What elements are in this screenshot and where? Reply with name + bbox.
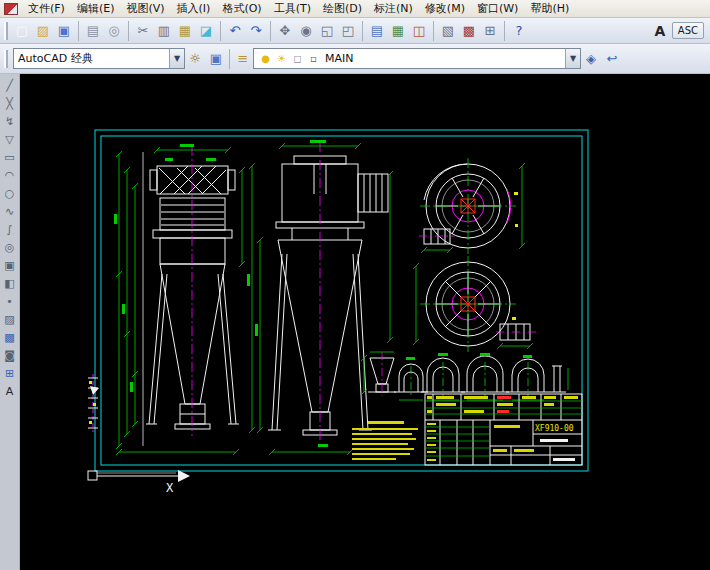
standard-toolbar-icons: ▢▨▣▤◎✂▥▦◪↶↷✥◉◱◰▤▦◫▧▩⊞? [12, 21, 529, 41]
design-center-icon[interactable]: ▦ [388, 21, 408, 41]
spline-icon[interactable]: ∫ [2, 221, 18, 237]
menu-bar: 文件(F)编辑(E)视图(V)插入(I)格式(O)工具(T)绘图(D)标注(N)… [0, 0, 710, 18]
match-properties-icon[interactable]: ◪ [196, 21, 216, 41]
region-icon[interactable]: ◙ [2, 347, 18, 363]
inlet-detail-views [394, 353, 568, 400]
make-object-layer-current-icon[interactable]: ◈ [581, 49, 601, 69]
workspace-value: AutoCAD 经典 [18, 51, 93, 66]
rectangle-icon[interactable]: ▭ [2, 149, 18, 165]
layer-on-bulb-icon[interactable]: ● [259, 53, 272, 64]
toolbar-separator [220, 21, 221, 41]
menu-file[interactable]: 文件(F) [22, 0, 71, 17]
tool-palettes-icon[interactable]: ◫ [409, 21, 429, 41]
top-view-b-flange [496, 324, 536, 349]
redo-icon[interactable]: ↷ [246, 21, 266, 41]
menu-tools[interactable]: 工具(T) [268, 0, 317, 17]
help-icon[interactable]: ? [509, 21, 529, 41]
layer-value: MAIN [325, 52, 354, 65]
circle-icon[interactable]: ○ [2, 185, 18, 201]
pan-icon[interactable]: ✥ [275, 21, 295, 41]
layer-extra-buttons: ◈↩ [581, 49, 622, 69]
menu-dimension[interactable]: 标注(N) [368, 0, 419, 17]
layer-lock-icon[interactable]: ◻ [291, 53, 304, 64]
plot-icon[interactable]: ▤ [83, 21, 103, 41]
outlet-detail-view [361, 352, 396, 396]
app-icon [4, 3, 18, 15]
toolbar-separator [78, 21, 79, 41]
ucs-icon: X [88, 470, 190, 495]
gradient-icon[interactable]: ▩ [2, 329, 18, 345]
chevron-down-icon[interactable]: ▼ [565, 49, 580, 68]
standard-toolbar: ▢▨▣▤◎✂▥▦◪↶↷✥◉◱◰▤▦◫▧▩⊞? A ASC [0, 18, 710, 44]
main-area: ╱╳↯▽▭◠○∿∫◎▣◧•▨▩◙⊞A [0, 74, 710, 570]
asc-button[interactable]: ASC [672, 22, 704, 39]
menu-insert[interactable]: 插入(I) [171, 0, 217, 17]
toolbar-separator [504, 21, 505, 41]
cyclone-top-view-a [420, 158, 525, 254]
menu-edit[interactable]: 编辑(E) [71, 0, 121, 17]
plot-preview-icon[interactable]: ◎ [104, 21, 124, 41]
menu-items: 文件(F)编辑(E)视图(V)插入(I)格式(O)工具(T)绘图(D)标注(N)… [22, 0, 575, 17]
toolbar-separator [362, 21, 363, 41]
workspace-settings-icon[interactable]: ☼ [185, 49, 205, 69]
cyclone-side-view [146, 166, 239, 429]
copy-icon[interactable]: ▥ [154, 21, 174, 41]
revision-cloud-icon[interactable]: ∿ [2, 203, 18, 219]
layer-state-icons: ●☀◻▫ [258, 53, 321, 64]
save-icon[interactable]: ▣ [54, 21, 74, 41]
paste-icon[interactable]: ▦ [175, 21, 195, 41]
insert-block-icon[interactable]: ▣ [2, 257, 18, 273]
zoom-previous-icon[interactable]: ◰ [338, 21, 358, 41]
table-icon[interactable]: ⊞ [2, 365, 18, 381]
sheet-set-manager-icon[interactable]: ▧ [438, 21, 458, 41]
zoom-realtime-icon[interactable]: ◉ [296, 21, 316, 41]
cyclone-top-view-b [413, 256, 516, 352]
line-icon[interactable]: ╱ [2, 77, 18, 93]
menu-draw[interactable]: 绘图(D) [317, 0, 368, 17]
cut-icon[interactable]: ✂ [133, 21, 153, 41]
menu-window[interactable]: 窗口(W) [471, 0, 524, 17]
workspace-save-icon[interactable]: ▣ [206, 49, 226, 69]
ellipse-icon[interactable]: ◎ [2, 239, 18, 255]
layer-thaw-sun-icon[interactable]: ☀ [275, 53, 288, 64]
autocad-window: 文件(F)编辑(E)视图(V)插入(I)格式(O)工具(T)绘图(D)标注(N)… [0, 0, 710, 570]
layer-color-icon[interactable]: ▫ [307, 53, 320, 64]
layer-previous-icon[interactable]: ↩ [602, 49, 622, 69]
markup-set-manager-icon[interactable]: ▩ [459, 21, 479, 41]
workspace-buttons: ☼▣ [185, 49, 226, 69]
make-block-icon[interactable]: ◧ [2, 275, 18, 291]
toolbar-grip[interactable] [4, 22, 8, 40]
construction-line-icon[interactable]: ╳ [2, 95, 18, 111]
text-style-icon[interactable]: A [650, 21, 670, 41]
arc-icon[interactable]: ◠ [2, 167, 18, 183]
chevron-down-icon[interactable]: ▼ [169, 49, 184, 68]
toolbar-separator [229, 49, 230, 69]
polygon-icon[interactable]: ▽ [2, 131, 18, 147]
drawing-canvas[interactable]: XF910-00 [20, 74, 710, 570]
toolbar-separator [433, 21, 434, 41]
zoom-window-icon[interactable]: ◱ [317, 21, 337, 41]
toolbar-grip[interactable] [4, 50, 8, 68]
drawing-number: XF910-00 [535, 424, 574, 433]
quickcalc-icon[interactable]: ⊞ [480, 21, 500, 41]
menu-format[interactable]: 格式(O) [216, 0, 267, 17]
menu-help[interactable]: 帮助(H) [524, 0, 575, 17]
toolbar-separator [270, 21, 271, 41]
workspaces-layers-toolbar: AutoCAD 经典 ▼ ☼▣ ≡ ●☀◻▫ MAIN ▼ ◈↩ [0, 44, 710, 74]
open-icon[interactable]: ▨ [33, 21, 53, 41]
polyline-icon[interactable]: ↯ [2, 113, 18, 129]
layer-combo[interactable]: ●☀◻▫ MAIN ▼ [253, 48, 581, 69]
standard-toolbar-right: A ASC [650, 21, 708, 41]
ucs-x-label: X [166, 481, 174, 495]
qnew-icon[interactable]: ▢ [12, 21, 32, 41]
undo-icon[interactable]: ↶ [225, 21, 245, 41]
toolbar-separator [128, 21, 129, 41]
workspace-combo[interactable]: AutoCAD 经典 ▼ [13, 48, 185, 69]
properties-icon[interactable]: ▤ [367, 21, 387, 41]
menu-view[interactable]: 视图(V) [120, 0, 170, 17]
layer-properties-manager-icon[interactable]: ≡ [233, 49, 253, 69]
menu-modify[interactable]: 修改(M) [419, 0, 471, 17]
point-icon[interactable]: • [2, 293, 18, 309]
hatch-icon[interactable]: ▨ [2, 311, 18, 327]
multiline-text-icon[interactable]: A [2, 383, 18, 399]
